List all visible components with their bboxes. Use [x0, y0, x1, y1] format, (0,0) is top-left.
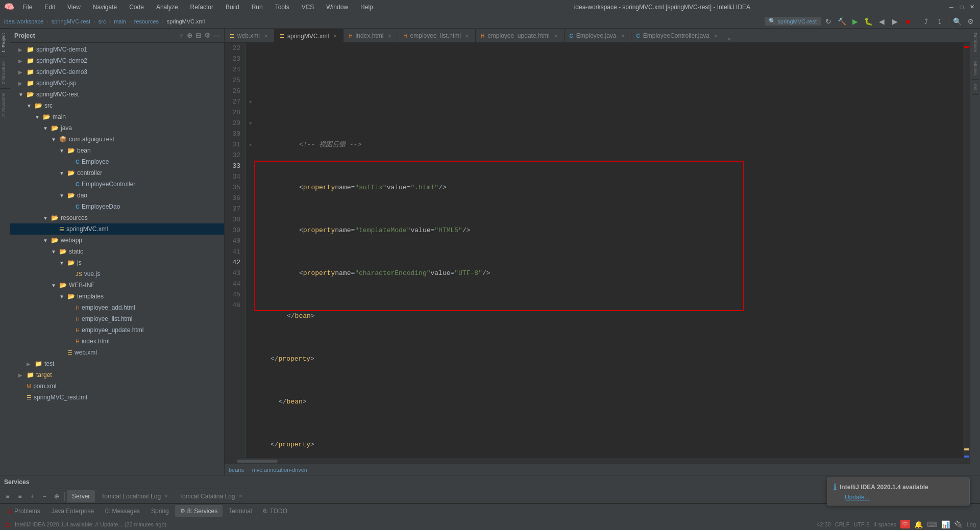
- tree-item-springmvc-demo1[interactable]: ▶ 📁 springMVC-demo1: [10, 44, 224, 55]
- tree-item-resources[interactable]: ▼ 📂 resources: [10, 212, 224, 223]
- tab-close-springmvcxml[interactable]: ✕: [333, 33, 337, 39]
- tab-close-employeejava[interactable]: ✕: [621, 33, 625, 39]
- status-beans[interactable]: beans: [229, 467, 244, 473]
- tree-item-springmvc-demo3[interactable]: ▶ 📁 springMVC-demo3: [10, 66, 224, 78]
- tree-item-test[interactable]: ▶ 📁 test: [10, 358, 224, 369]
- project-panel-btn[interactable]: 1: Project: [0, 29, 10, 57]
- tab-server[interactable]: Server: [67, 490, 95, 502]
- tree-item-dao[interactable]: ▼ 📂 dao: [10, 190, 224, 201]
- tree-item-src[interactable]: ▼ 📂 src: [10, 100, 224, 111]
- status-log[interactable]: Log: [967, 521, 976, 527]
- update-link[interactable]: Update...: [845, 494, 870, 501]
- maximize-button[interactable]: □: [958, 3, 966, 11]
- menubar-file[interactable]: File: [18, 3, 36, 12]
- tree-item-webapp[interactable]: ▼ 📂 webapp: [10, 235, 224, 246]
- tree-item-springmvcxml[interactable]: ▶ ☰ springMVC.xml: [10, 223, 224, 235]
- menubar-analyze[interactable]: Analyze: [152, 3, 182, 12]
- status-keyboard-icon[interactable]: ⌨: [927, 520, 937, 528]
- menubar-build[interactable]: Build: [222, 3, 243, 12]
- status-plugins-icon[interactable]: 🔌: [954, 520, 963, 528]
- tab-terminal[interactable]: Terminal: [224, 505, 257, 517]
- database-panel-btn[interactable]: Database: [972, 29, 979, 57]
- tree-item-employee-add[interactable]: ▶ H employee_add.html: [10, 302, 224, 313]
- tree-item-target[interactable]: ▶ 📁 target: [10, 369, 224, 381]
- menubar-help[interactable]: Help: [356, 3, 377, 12]
- menubar-tools[interactable]: Tools: [271, 3, 293, 12]
- tree-item-employee-update[interactable]: ▶ H employee_update.html: [10, 324, 224, 336]
- tree-item-iml[interactable]: ▶ ☰ springMVC_rest.iml: [10, 392, 224, 403]
- refresh-button[interactable]: ↻: [823, 16, 834, 27]
- collapse-all-icon[interactable]: ⊟: [195, 32, 201, 39]
- tree-item-java[interactable]: ▼ 📂 java: [10, 122, 224, 134]
- menubar-window[interactable]: Window: [322, 3, 352, 12]
- tab-webxml[interactable]: ☰ web.xml ✕: [225, 29, 275, 42]
- tree-item-js[interactable]: ▼ 📂 js: [10, 257, 224, 268]
- services-icon-1[interactable]: ≡: [2, 491, 13, 502]
- status-annotation-driven[interactable]: mvc:annotation-driven: [252, 467, 307, 473]
- tab-java-enterprise[interactable]: Java Enterprise: [46, 505, 99, 517]
- status-chart-icon[interactable]: 📊: [941, 520, 950, 528]
- update-button[interactable]: ⤵: [934, 16, 945, 27]
- tree-item-springmvc-demo2[interactable]: ▶ 📁 springMVC-demo2: [10, 55, 224, 66]
- status-indent[interactable]: 4 spaces: [874, 521, 896, 527]
- tab-employeelist[interactable]: H employee_list.html ✕: [398, 29, 476, 42]
- breadcrumb-resources[interactable]: resources: [134, 18, 159, 24]
- services-icon-4[interactable]: −: [39, 491, 50, 502]
- menubar-code[interactable]: Code: [125, 3, 148, 12]
- maven-panel-btn[interactable]: Maven: [972, 57, 979, 80]
- locate-file-icon[interactable]: ⊕: [187, 32, 192, 39]
- build-button[interactable]: 🔨: [836, 16, 847, 27]
- back-button[interactable]: ◀: [876, 16, 887, 27]
- structure-panel-btn[interactable]: Z-Structure: [0, 57, 10, 88]
- ant-panel-btn[interactable]: Ant: [972, 80, 979, 95]
- close-tomcat-localhost[interactable]: ✕: [164, 493, 168, 499]
- search-everywhere-button[interactable]: 🔍 springMVC-rest: [765, 17, 821, 26]
- close-tomcat-catalina[interactable]: ✕: [238, 493, 242, 499]
- editor-hscrollbar[interactable]: [225, 458, 970, 464]
- search-button[interactable]: 🔍: [951, 16, 963, 27]
- status-bell-icon[interactable]: 🔔: [914, 520, 923, 528]
- tree-item-webxml[interactable]: ▶ ☰ web.xml: [10, 347, 224, 358]
- breadcrumb-main[interactable]: main: [114, 18, 126, 24]
- hide-panel-icon[interactable]: —: [213, 32, 220, 39]
- fold-27[interactable]: ▾: [246, 96, 254, 107]
- tab-tomcat-localhost[interactable]: Tomcat Localhost Log ✕: [96, 490, 173, 502]
- tree-item-templates[interactable]: ▼ 📂 templates: [10, 291, 224, 302]
- tab-springmvcxml[interactable]: ☰ springMVC.xml ✕: [275, 29, 344, 42]
- status-encoding[interactable]: UTF-8: [853, 521, 869, 527]
- settings-button[interactable]: ⚙: [965, 16, 976, 27]
- tab-close-indexhtml[interactable]: ✕: [387, 33, 391, 39]
- forward-button[interactable]: ▶: [889, 16, 900, 27]
- code-area[interactable]: <!-- 视图后缀 --> <property name="suffix" va…: [254, 43, 963, 458]
- tree-item-main[interactable]: ▼ 📂 main: [10, 111, 224, 122]
- tree-item-employeedao[interactable]: ▶ C EmployeeDao: [10, 201, 224, 212]
- tree-item-index[interactable]: ▶ H index.html: [10, 336, 224, 347]
- git-button[interactable]: ⤴: [920, 16, 932, 27]
- tree-item-pom[interactable]: ▶ M pom.xml: [10, 381, 224, 392]
- tree-item-package[interactable]: ▼ 📦 com.atguigu.rest: [10, 134, 224, 145]
- menubar-navigate[interactable]: Navigate: [89, 3, 121, 12]
- services-icon-3[interactable]: +: [27, 491, 38, 502]
- breadcrumb-src[interactable]: src: [99, 18, 106, 24]
- tree-item-vuejs[interactable]: ▶ JS vue.js: [10, 268, 224, 280]
- tab-messages[interactable]: 0: Messages: [100, 505, 145, 517]
- tree-item-employeecontroller[interactable]: ▶ C EmployeeController: [10, 179, 224, 190]
- tree-item-employee-list[interactable]: ▶ H employee_list.html: [10, 313, 224, 324]
- tab-close-employeecontrollerjava[interactable]: ✕: [714, 33, 718, 39]
- tab-employeejava[interactable]: C Employee.java ✕: [565, 29, 631, 42]
- services-icon-5[interactable]: ⊕: [51, 491, 62, 502]
- menubar-run[interactable]: Run: [248, 3, 267, 12]
- breadcrumb-springmvc-rest[interactable]: springMVC-rest: [52, 18, 90, 24]
- menubar-refactor[interactable]: Refactor: [186, 3, 217, 12]
- status-notification-text[interactable]: IntelliJ IDEA 2020.1.4 available: // Upd…: [15, 521, 166, 527]
- settings-tree-icon[interactable]: ⚙: [204, 32, 210, 39]
- tab-tomcat-catalina[interactable]: Tomcat Catalina Log ✕: [174, 490, 247, 502]
- close-button[interactable]: ✕: [968, 3, 976, 11]
- debug-button[interactable]: 🐛: [863, 16, 874, 27]
- tab-problems[interactable]: ⚠ Problems: [2, 505, 45, 517]
- tree-item-controller[interactable]: ▼ 📂 controller: [10, 167, 224, 179]
- tab-todo[interactable]: 6: TODO: [258, 505, 293, 517]
- stop-button[interactable]: ■: [902, 16, 914, 27]
- tree-item-webinf[interactable]: ▼ 📂 WEB-INF: [10, 280, 224, 291]
- favorites-panel-btn[interactable]: 2: Favorites: [0, 88, 10, 121]
